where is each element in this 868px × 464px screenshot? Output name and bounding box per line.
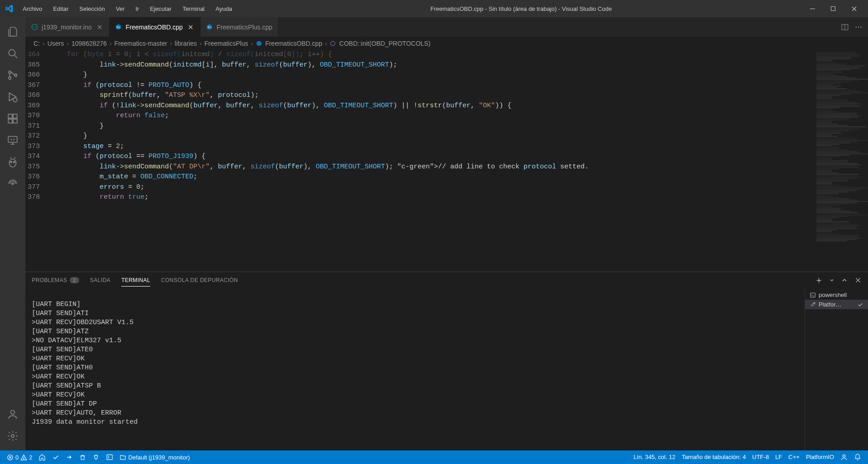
breadcrumb-segment[interactable]: Freematics-master (114, 40, 167, 47)
menu-ayuda[interactable]: Ayuda (211, 4, 237, 14)
status-terminal-icon[interactable] (103, 450, 116, 464)
code-content[interactable]: for (byte i = 0; i < sizeof(initcmd) / s… (47, 50, 815, 272)
window-title: FreematicsOBD.cpp - Sin título (área de … (237, 5, 806, 12)
menu-archivo[interactable]: Archivo (18, 4, 47, 14)
maximize-button[interactable] (826, 2, 840, 15)
breadcrumb-segment[interactable]: libraries (175, 40, 197, 47)
problems-badge: 2 (70, 277, 79, 283)
status-errors-warnings[interactable]: 0 2 (4, 450, 35, 464)
menu-terminal[interactable]: Terminal (178, 4, 209, 14)
status-eol[interactable]: LF (772, 454, 785, 460)
terminal-item-powershell[interactable]: powershell (805, 290, 868, 300)
svg-rect-10 (13, 119, 17, 123)
panel-tab-terminal[interactable]: TERMINAL (121, 274, 150, 287)
svg-point-16 (12, 183, 13, 184)
breadcrumb-segment[interactable]: C: (34, 40, 40, 47)
menu-ver[interactable]: Ver (111, 4, 129, 14)
svg-point-26 (860, 26, 862, 28)
warning-icon (20, 454, 27, 461)
svg-point-34 (843, 455, 845, 457)
svg-rect-1 (831, 6, 835, 10)
panel-tab-problemas[interactable]: PROBLEMAS2 (32, 274, 79, 286)
breadcrumb-segment[interactable]: 1098628276 (72, 40, 107, 47)
breadcrumb-symbol[interactable]: COBD::init(OBD_PROTOCOLS) (330, 40, 430, 47)
tab-freematics-plus[interactable]: C+ FreematicsPlus.cpp (201, 17, 278, 37)
window-controls (806, 2, 864, 15)
panel-tab-salida[interactable]: SALIDA (90, 274, 110, 286)
tab-j1939-monitor[interactable]: j1939_monitor.ino (25, 17, 110, 37)
status-project-env[interactable]: Default (j1939_monitor) (116, 450, 193, 464)
minimap[interactable] (815, 50, 868, 272)
menu-ejecutar[interactable]: Ejecutar (145, 4, 176, 14)
search-icon[interactable] (2, 43, 24, 64)
status-home-icon[interactable] (35, 450, 49, 464)
svg-line-3 (14, 55, 17, 58)
title-bar: Archivo Editar Selección Ver Ir Ejecutar… (0, 0, 868, 17)
source-control-icon[interactable] (2, 64, 24, 86)
status-upload-icon[interactable] (62, 450, 76, 464)
arduino-file-icon (31, 24, 38, 31)
vscode-logo-icon (4, 3, 14, 14)
status-build-icon[interactable] (49, 450, 62, 464)
tab-label: FreematicsOBD.cpp (126, 24, 183, 31)
tab-label: j1939_monitor.ino (42, 24, 92, 31)
maximize-panel-icon[interactable] (841, 277, 848, 284)
terminal-output[interactable]: [UART BEGIN] [UART SEND]ATI >UART RECV]O… (25, 288, 805, 450)
tab-freematics-obd[interactable]: C+ FreematicsOBD.cpp (110, 17, 201, 37)
run-debug-icon[interactable] (2, 86, 24, 108)
svg-rect-9 (8, 119, 12, 123)
terminal-icon (810, 292, 816, 298)
status-language[interactable]: C++ (785, 454, 803, 460)
live-icon[interactable] (2, 173, 24, 195)
breadcrumb-segment[interactable]: FreematicsPlus (205, 40, 248, 47)
svg-point-19 (32, 24, 38, 30)
editor-body: 3643653663673683693703713723733743753763… (25, 50, 868, 272)
breadcrumbs[interactable]: C:› Users› 1098628276› Freematics-master… (25, 37, 868, 50)
svg-point-32 (24, 459, 24, 459)
remote-icon[interactable] (2, 129, 24, 151)
svg-point-5 (9, 77, 11, 79)
split-terminal-dropdown-icon[interactable] (829, 277, 834, 284)
explorer-icon[interactable] (2, 21, 24, 43)
close-icon[interactable] (96, 23, 104, 31)
status-serial-plug-icon[interactable] (89, 450, 103, 464)
svg-rect-11 (13, 114, 17, 118)
line-numbers: 3643653663673683693703713723733743753763… (25, 50, 47, 272)
svg-point-24 (855, 26, 857, 28)
activity-bar (0, 17, 25, 450)
svg-rect-12 (8, 136, 17, 142)
breadcrumb-file[interactable]: FreematicsOBD.cpp (256, 40, 322, 47)
split-editor-icon[interactable] (841, 23, 849, 31)
svg-point-25 (858, 26, 859, 28)
accounts-icon[interactable] (2, 403, 24, 425)
editor-tabs: j1939_monitor.ino C+ FreematicsOBD.cpp C… (25, 17, 868, 37)
more-actions-icon[interactable] (854, 23, 863, 31)
extensions-icon[interactable] (2, 108, 24, 129)
new-terminal-icon[interactable] (815, 277, 823, 284)
breadcrumb-segment[interactable]: Users (48, 40, 64, 47)
close-icon[interactable] (187, 23, 195, 31)
minimize-button[interactable] (806, 2, 819, 15)
svg-point-4 (9, 71, 11, 73)
status-bar: 0 2 Default (j1939_monitor) Lín. 345, co… (0, 450, 868, 464)
status-cursor-position[interactable]: Lín. 345, col. 12 (630, 454, 679, 460)
close-button[interactable] (847, 2, 861, 15)
editor-area: j1939_monitor.ino C+ FreematicsOBD.cpp C… (25, 17, 868, 450)
status-indentation[interactable]: Tamaño de tabulación: 4 (679, 454, 749, 460)
close-panel-icon[interactable] (854, 277, 862, 284)
menu-seleccion[interactable]: Selección (75, 4, 109, 14)
menu-editar[interactable]: Editar (48, 4, 73, 14)
settings-gear-icon[interactable] (2, 425, 24, 447)
status-feedback-icon[interactable] (837, 454, 851, 461)
folder-icon (120, 454, 126, 461)
platformio-icon[interactable] (2, 151, 24, 173)
status-trash-icon[interactable] (76, 450, 89, 464)
terminal-item-platformio[interactable]: Platfor… (805, 300, 868, 309)
svg-rect-29 (810, 293, 815, 297)
code-editor[interactable]: 3643653663673683693703713723733743753763… (25, 50, 815, 272)
menu-ir[interactable]: Ir (131, 4, 144, 14)
panel-tab-debug-console[interactable]: CONSOLA DE DEPURACIÓN (161, 274, 238, 286)
status-encoding[interactable]: UTF-8 (749, 454, 772, 460)
status-bell-icon[interactable] (851, 454, 864, 461)
status-platformio[interactable]: PlatformIO (803, 454, 837, 460)
